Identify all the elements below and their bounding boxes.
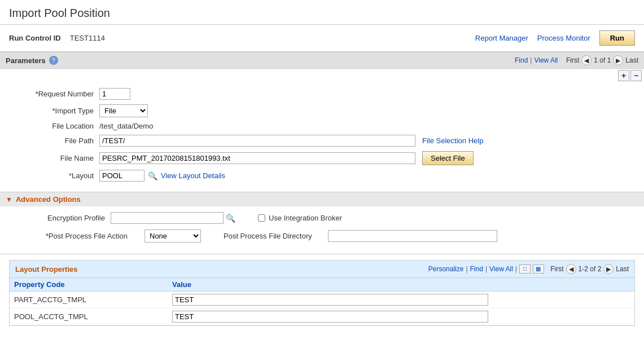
use-integration-broker-checkbox[interactable]	[258, 214, 265, 222]
layout-label: *Layout	[9, 171, 99, 180]
layout-row: *Layout 🔍 View Layout Details	[9, 170, 635, 182]
file-selection-help-link[interactable]: File Selection Help	[422, 136, 483, 145]
file-path-label: File Path	[9, 136, 99, 145]
add-remove-bar: + −	[0, 69, 644, 82]
run-control-id-value: TEST1114	[70, 34, 105, 42]
layout-props-first-label: First	[550, 265, 563, 273]
layout-search-icon[interactable]: 🔍	[148, 171, 157, 180]
post-process-row: *Post Process File Action None Delete Mo…	[9, 230, 635, 242]
form-area: *Request Number *Import Type File Databa…	[0, 82, 644, 192]
import-type-row: *Import Type File Database	[9, 104, 635, 117]
parameters-last-label: Last	[625, 56, 638, 64]
select-file-button[interactable]: Select File	[422, 151, 474, 165]
run-control-bar: Run Control ID TEST1114 Report Manager P…	[0, 25, 644, 51]
layout-props-prev-arrow[interactable]: ◀	[566, 264, 576, 274]
layout-props-last-label: Last	[616, 265, 629, 273]
request-number-label: *Request Number	[9, 90, 99, 98]
layout-input-group: 🔍 View Layout Details	[99, 170, 225, 182]
file-name-input[interactable]	[99, 152, 415, 164]
request-number-row: *Request Number	[9, 88, 635, 100]
file-path-row: File Path File Selection Help	[9, 135, 635, 147]
file-name-row: File Name Select File	[9, 151, 635, 165]
layout-properties-table: Property Code Value PART_ACCTG_TMPL POOL…	[10, 278, 634, 325]
parameters-view-all-link[interactable]: View All	[534, 56, 558, 64]
file-location-label: File Location	[9, 122, 99, 130]
table-row: POOL_ACCTG_TMPL	[10, 308, 634, 325]
file-path-input[interactable]	[99, 135, 415, 147]
run-button[interactable]: Run	[599, 30, 635, 46]
layout-props-export-icon[interactable]: □	[519, 264, 531, 273]
advanced-body: Encryption Profile 🔍 Use Integration Bro…	[0, 206, 644, 254]
layout-props-page-info: 1-2 of 2	[579, 265, 602, 273]
col-header-value: Value	[168, 278, 634, 292]
parameters-prev-arrow[interactable]: ◀	[581, 55, 592, 65]
file-location-value: /test_data/Demo	[99, 122, 153, 130]
value-input-2[interactable]	[172, 311, 488, 323]
value-cell-1	[168, 292, 634, 308]
import-type-label: *Import Type	[9, 107, 99, 115]
parameters-title: Parameters	[6, 56, 46, 65]
layout-properties-section: Layout Properties Personalize | Find | V…	[9, 260, 635, 326]
report-manager-link[interactable]: Report Manager	[475, 34, 528, 42]
layout-props-view-all-link[interactable]: View All	[489, 265, 513, 273]
parameters-page-info: 1 of 1	[594, 56, 611, 64]
advanced-section: ▼ Advanced Options Encryption Profile 🔍 …	[0, 192, 644, 254]
advanced-title: Advanced Options	[16, 195, 81, 204]
parameters-next-arrow[interactable]: ▶	[613, 55, 623, 65]
layout-props-header: Layout Properties Personalize | Find | V…	[10, 261, 634, 278]
layout-props-nav: Personalize | Find | View All | □ ▦ Firs…	[428, 264, 629, 274]
parameters-nav: Find | View All First ◀ 1 of 1 ▶ Last	[515, 55, 638, 65]
use-integration-broker-group: Use Integration Broker	[258, 214, 342, 222]
parameters-help-icon[interactable]: ?	[49, 56, 58, 65]
encryption-profile-input[interactable]	[111, 212, 224, 224]
value-input-1[interactable]	[172, 294, 488, 306]
use-integration-broker-label: Use Integration Broker	[269, 214, 342, 222]
process-monitor-link[interactable]: Process Monitor	[537, 34, 590, 42]
property-code-cell-2: POOL_ACCTG_TMPL	[10, 308, 168, 325]
encryption-label: Encryption Profile	[9, 214, 111, 222]
remove-row-button[interactable]: −	[630, 70, 642, 81]
table-row: PART_ACCTG_TMPL	[10, 292, 634, 308]
run-control-label: Run Control ID	[9, 34, 61, 42]
post-dir-input[interactable]	[328, 230, 497, 242]
layout-input[interactable]	[99, 170, 144, 182]
value-cell-2	[168, 308, 634, 325]
parameters-section-header: Parameters ? Find | View All First ◀ 1 o…	[0, 52, 644, 69]
advanced-collapse-icon: ▼	[6, 196, 12, 204]
file-name-label: File Name	[9, 154, 99, 162]
property-code-cell-1: PART_ACCTG_TMPL	[10, 292, 168, 308]
parameters-first-label: First	[566, 56, 579, 64]
layout-props-next-arrow[interactable]: ▶	[603, 264, 614, 274]
import-type-select[interactable]: File Database	[99, 104, 148, 117]
encryption-search-icon[interactable]: 🔍	[226, 214, 235, 223]
post-process-label: *Post Process File Action	[9, 232, 133, 240]
advanced-section-header[interactable]: ▼ Advanced Options	[0, 192, 644, 206]
encryption-row: Encryption Profile 🔍 Use Integration Bro…	[9, 212, 635, 224]
layout-props-find-link[interactable]: Find	[470, 265, 483, 273]
layout-props-personalize-link[interactable]: Personalize	[428, 265, 464, 273]
request-number-input[interactable]	[99, 88, 130, 100]
col-header-property-code: Property Code	[10, 278, 168, 292]
view-layout-details-link[interactable]: View Layout Details	[161, 171, 225, 180]
parameters-find-link[interactable]: Find	[515, 56, 528, 64]
add-row-button[interactable]: +	[618, 70, 629, 81]
post-process-select[interactable]: None Delete Move	[144, 230, 201, 242]
layout-props-title: Layout Properties	[15, 265, 428, 273]
post-dir-label: Post Process File Directory	[224, 232, 312, 240]
layout-props-grid-icon[interactable]: ▦	[533, 264, 544, 273]
page-title: Import Pool Position	[0, 0, 644, 25]
file-location-row: File Location /test_data/Demo	[9, 122, 635, 130]
